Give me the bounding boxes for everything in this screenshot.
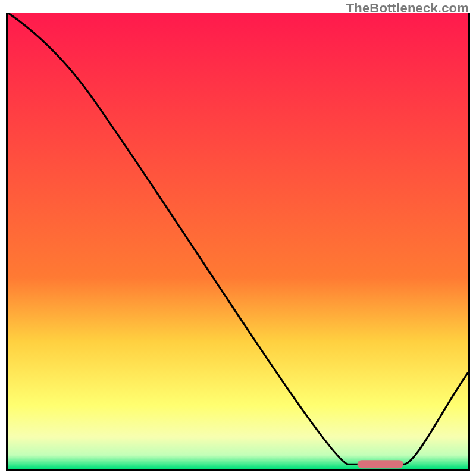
gradient-background [8, 13, 468, 469]
chart-svg [8, 13, 468, 469]
plot-area [8, 13, 468, 469]
optimal-range-marker [358, 460, 403, 468]
chart-frame [6, 13, 470, 471]
